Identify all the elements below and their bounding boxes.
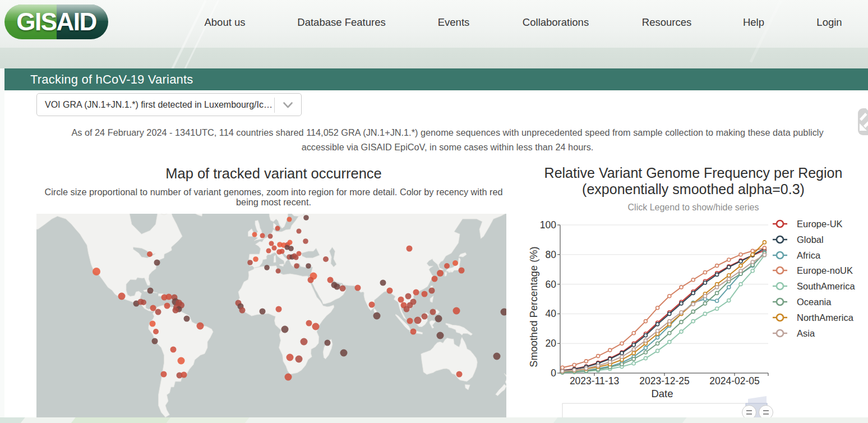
svg-text:2023-11-13: 2023-11-13: [570, 375, 619, 387]
svg-text:NorthAmerica: NorthAmerica: [797, 312, 854, 323]
svg-text:60: 60: [546, 279, 557, 290]
svg-text:Europe-UK: Europe-UK: [797, 219, 843, 229]
svg-text:Date: Date: [651, 388, 673, 399]
svg-text:2024-02-05: 2024-02-05: [709, 375, 760, 387]
svg-text:0: 0: [551, 367, 556, 379]
svg-text:Africa: Africa: [797, 250, 821, 260]
svg-text:Oceania: Oceania: [797, 297, 832, 307]
svg-text:Smoothed Percentage (%): Smoothed Percentage (%): [528, 246, 539, 367]
svg-text:40: 40: [546, 308, 557, 319]
svg-text:Europe-noUK: Europe-noUK: [797, 265, 853, 275]
svg-text:100: 100: [540, 219, 556, 231]
svg-text:80: 80: [546, 249, 557, 260]
svg-text:20: 20: [546, 338, 557, 349]
svg-text:SouthAmerica: SouthAmerica: [797, 281, 855, 291]
svg-text:2023-12-25: 2023-12-25: [639, 375, 690, 387]
svg-text:Global: Global: [797, 235, 824, 245]
svg-text:Asia: Asia: [797, 328, 815, 338]
